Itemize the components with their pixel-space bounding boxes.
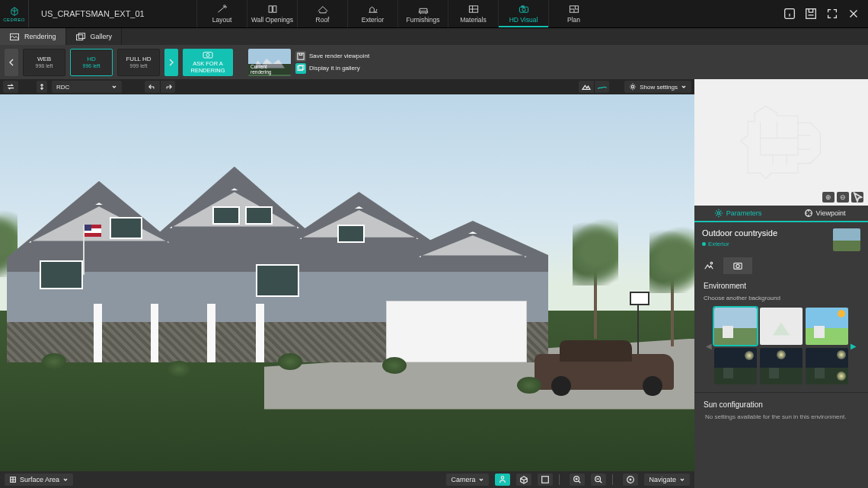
floor-up[interactable] [37,81,47,93]
nav-wall-openings[interactable]: Wall Openings [247,0,297,27]
svg-point-13 [206,54,209,57]
env-title: Outdoor countryside [702,228,827,238]
collapse-icon[interactable] [825,7,839,21]
bg-prev-icon[interactable]: ◀ [704,316,714,377]
nav-hd-visual[interactable]: HD Visual [498,0,548,27]
svg-rect-11 [78,33,85,38]
render-bar: WEB998 left HD996 left FULL HD999 left A… [0,45,868,79]
sun-heading: Sun configuration [704,400,859,409]
viewport: RDC Show settings [0,79,694,488]
side-panel: ⊕ ⊖ Parameters Viewpoint Outdoor country… [694,79,868,488]
minimap-pointer-icon[interactable] [851,192,863,203]
info-icon[interactable] [783,7,796,21]
bg-option-2[interactable] [760,308,803,345]
tab-gallery[interactable]: Gallery [66,28,123,45]
sun-message: No settings available for the sun in thi… [704,413,859,420]
display-in-gallery[interactable]: Display it in gallery [295,63,369,74]
bg-option-3[interactable] [806,308,848,345]
env-hint: Choose another background [704,295,859,301]
minimap-zoom-out-icon[interactable]: ⊖ [837,192,849,203]
redo-icon[interactable] [160,81,175,93]
zoom-out-icon[interactable] [591,474,606,486]
svg-point-24 [630,479,632,480]
close-icon[interactable] [847,7,860,21]
tab-rendering[interactable]: Rendering [0,28,66,45]
current-render-thumb[interactable]: Current rendering [248,49,291,76]
nav-layout[interactable]: Layout [196,0,247,27]
render-view[interactable] [0,94,694,488]
brand-logo[interactable]: CEDREO [0,0,29,27]
nav-roof[interactable]: Roof [297,0,347,27]
svg-point-25 [717,212,720,214]
svg-rect-20 [542,477,549,483]
bg-option-6[interactable] [806,348,848,385]
svg-rect-0 [269,6,272,12]
env-heading: Environment [704,282,859,290]
view-mode-tabs: Rendering Gallery [0,28,868,45]
main-nav: Layout Wall Openings Roof Exterior Furni… [196,0,598,27]
workspace: RDC Show settings [0,79,868,488]
quality-web[interactable]: WEB998 left [23,49,65,76]
environment-header: Outdoor countryside Exterior [694,222,868,257]
svg-rect-8 [806,9,816,19]
svg-point-27 [710,262,713,264]
view-top-icon[interactable] [538,474,553,486]
bg-option-5[interactable] [760,348,803,385]
navigate-dropdown[interactable]: Navigate [644,474,690,486]
save-icon[interactable] [804,7,818,21]
bg-option-4[interactable] [714,348,757,385]
svg-point-29 [736,264,739,267]
bg-next-icon[interactable]: ▶ [848,316,859,377]
nav-furnishings[interactable]: Furnishings [397,0,448,27]
top-bar: CEDREO US_CRAFTSMAN_EXT_01 Layout Wall O… [0,0,868,28]
ask-rendering-button[interactable]: ASK FOR A RENDERING [183,49,233,76]
view-3d-icon[interactable] [516,474,531,486]
sun-section: Sun configuration No settings available … [694,392,868,428]
env-outdoor-icon[interactable] [694,257,723,274]
svg-point-23 [627,477,634,483]
zoom-in-icon[interactable] [570,474,585,486]
nav-plan[interactable]: Plan [548,0,598,27]
minimap-zoom-in-icon[interactable]: ⊕ [822,192,834,203]
svg-rect-12 [203,53,212,58]
svg-rect-1 [273,6,276,12]
horizon-icon[interactable] [594,81,609,93]
env-tag: Exterior [702,241,827,247]
render-links: Save render viewpoint Display it in gall… [295,51,369,74]
quality-next[interactable] [164,49,178,76]
surface-area-toggle[interactable]: Surface Area [5,474,73,486]
svg-point-4 [522,8,525,11]
nav-exterior[interactable]: Exterior [347,0,397,27]
nav-materials[interactable]: Materials [448,0,498,27]
show-settings[interactable]: Show settings [624,81,691,93]
bg-option-1[interactable] [714,308,757,345]
panel-tabs: Parameters Viewpoint [694,206,868,222]
svg-point-17 [632,85,634,88]
save-viewpoint[interactable]: Save render viewpoint [295,51,369,62]
recenter-icon[interactable] [623,474,638,486]
swap-icon[interactable] [3,81,18,93]
floor-select[interactable]: RDC [52,81,122,93]
tab-parameters[interactable]: Parameters [694,206,781,221]
svg-rect-5 [522,6,524,7]
camera-dropdown[interactable]: Camera [446,474,489,486]
bottom-bar: Surface Area Camera Navigate [0,471,694,488]
env-mode-row [694,257,868,274]
terrain-icon[interactable] [579,81,594,93]
svg-rect-10 [76,34,82,40]
svg-rect-14 [298,53,304,59]
window-controls [775,0,868,27]
project-name: US_CRAFTSMAN_EXT_01 [29,0,196,27]
floorplan-minimap[interactable]: ⊕ ⊖ [694,79,868,206]
quality-prev[interactable] [5,49,18,76]
quality-fullhd[interactable]: FULL HD999 left [117,49,160,76]
environment-section: Environment Choose another background ◀ … [694,274,868,392]
quality-hd[interactable]: HD996 left [70,49,113,76]
env-photo-icon[interactable] [723,257,752,274]
viewport-toolbar: RDC Show settings [0,79,694,94]
view-person-icon[interactable] [495,474,510,486]
undo-icon[interactable] [145,81,160,93]
svg-point-19 [502,477,504,479]
